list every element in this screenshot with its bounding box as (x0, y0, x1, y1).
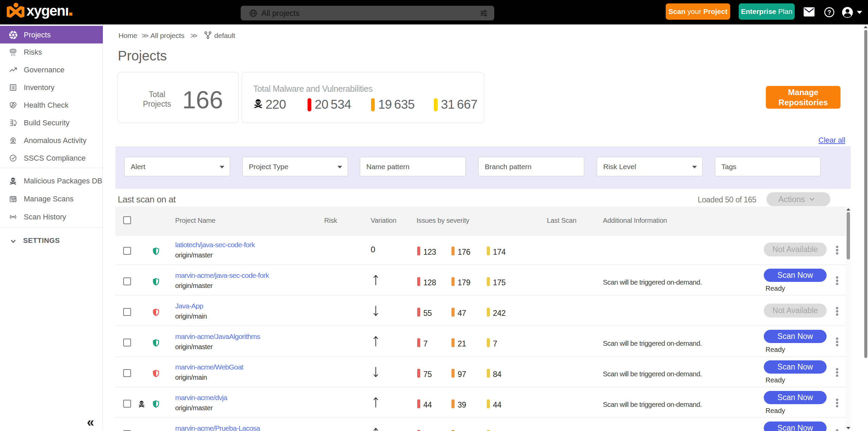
svg-text:?: ? (828, 9, 831, 16)
